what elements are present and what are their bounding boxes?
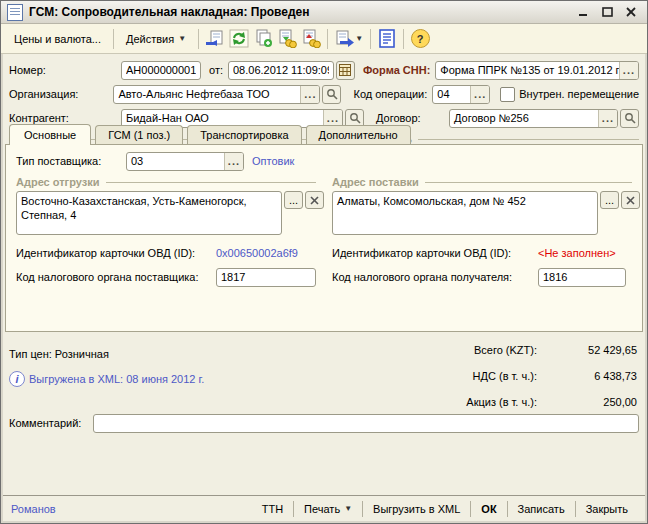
- actions-menu-button[interactable]: Действия▼: [118, 29, 194, 49]
- select-icon[interactable]: ...: [598, 110, 617, 127]
- ovd-card-receiver-label: Идентификатор карточки ОВД (ID):: [332, 247, 538, 259]
- tab-bar: Основные ГСМ (1 поз.) Транспортировка До…: [9, 123, 415, 144]
- select-icon[interactable]: ...: [470, 86, 489, 103]
- snn-form-label: Форма СНН:: [363, 64, 430, 76]
- tax-office-receiver-input[interactable]: [538, 268, 626, 287]
- close-button[interactable]: Закрыть: [577, 500, 637, 518]
- select-icon[interactable]: ...: [300, 86, 319, 103]
- chevron-down-icon: ▼: [344, 505, 352, 513]
- date-prefix-label: от:: [209, 64, 223, 76]
- tab-main[interactable]: Основные: [9, 124, 91, 145]
- price-type-row: Тип цен: Розничная: [9, 344, 109, 364]
- unpost-icon[interactable]: [299, 27, 323, 50]
- magnifier-icon[interactable]: [620, 109, 639, 128]
- maximize-icon[interactable]: [597, 4, 617, 21]
- supplier-type-label: Тип поставщика:: [16, 155, 126, 167]
- footer-separator: [362, 501, 363, 517]
- calendar-icon[interactable]: [336, 61, 355, 80]
- minimize-icon[interactable]: [573, 4, 593, 21]
- price-type-label: Тип цен: Розничная: [9, 348, 109, 360]
- totals-block: Всего (KZT): 52 429,65 НДС (в т. ч.): 6 …: [387, 344, 637, 408]
- main-tab-panel: Тип поставщика: 03 ... Оптовик Адрес отг…: [5, 144, 643, 332]
- clear-icon[interactable]: [621, 191, 640, 209]
- date-input[interactable]: [228, 61, 334, 80]
- ovd-card-supplier-label: Идентификатор карточки ОВД (ID):: [16, 247, 216, 259]
- internal-move-label: Внутрен. перемещение: [519, 88, 639, 100]
- clear-icon[interactable]: [305, 191, 324, 209]
- shipping-address-field[interactable]: Восточно-Казахстанская, Усть-Каменогорск…: [16, 191, 282, 235]
- select-icon[interactable]: ...: [600, 191, 619, 209]
- organization-label: Организация:: [9, 88, 113, 100]
- copy-icon[interactable]: [251, 27, 275, 50]
- supplier-type-hint: Оптовик: [252, 155, 294, 167]
- document-icon: [7, 4, 23, 21]
- refresh-icon[interactable]: [227, 27, 251, 50]
- vat-value: 6 438,73: [537, 370, 637, 382]
- number-input[interactable]: [121, 61, 201, 80]
- excise-label: Акциз (в т. ч.):: [387, 396, 537, 408]
- toolbar-separator: [113, 29, 114, 49]
- checkbox-icon: [500, 87, 515, 102]
- toolbar-separator: [198, 29, 199, 49]
- report-icon[interactable]: [375, 27, 399, 50]
- ok-button[interactable]: ОК: [472, 500, 505, 518]
- excise-value: 250,00: [537, 396, 637, 408]
- xml-exported-row: i Выгружена в XML: 08 июня 2012 г.: [9, 369, 204, 389]
- tab-additional[interactable]: Дополнительно: [306, 125, 411, 144]
- tax-office-supplier-input[interactable]: [216, 268, 316, 287]
- document-window: ГСМ: Сопроводительная накладная: Проведе…: [0, 0, 648, 524]
- help-icon[interactable]: ?: [408, 27, 432, 50]
- supplier-type-field[interactable]: 03 ...: [126, 152, 244, 171]
- snn-form-field[interactable]: Форма ППРК №135 от 19.01.2012 г ...: [435, 61, 639, 80]
- titlebar: ГСМ: Сопроводительная накладная: Проведе…: [1, 1, 647, 24]
- chevron-down-icon: ▼: [355, 35, 363, 43]
- comment-label: Комментарий:: [9, 417, 93, 429]
- ttn-button[interactable]: ТТН: [253, 500, 292, 518]
- ovd-card-receiver-value: <Не заполнен>: [538, 247, 616, 259]
- tax-office-receiver-label: Код налогового органа получателя:: [332, 271, 538, 283]
- print-button[interactable]: Печать▼: [295, 500, 361, 518]
- ovd-card-supplier-value: 0x00650002a6f9: [216, 247, 328, 259]
- toolbar: Цены и валюта... Действия▼ ▼ ?: [1, 24, 647, 54]
- comment-input[interactable]: [93, 414, 639, 433]
- post-icon[interactable]: [275, 27, 299, 50]
- chevron-down-icon: ▼: [178, 35, 186, 43]
- select-icon[interactable]: ...: [224, 153, 243, 170]
- operation-code-field[interactable]: 04 ...: [432, 85, 490, 104]
- footer-separator: [507, 501, 508, 517]
- toolbar-separator: [370, 29, 371, 49]
- shipping-address-header: Адрес отгрузки: [16, 176, 316, 188]
- tab-transport[interactable]: Транспортировка: [187, 125, 301, 144]
- window-title: ГСМ: Сопроводительная накладная: Проведе…: [29, 5, 569, 19]
- save-button[interactable]: Записать: [509, 500, 574, 518]
- internal-move-checkbox[interactable]: Внутрен. перемещение: [500, 87, 639, 102]
- magnifier-icon[interactable]: [322, 85, 341, 104]
- export-xml-button[interactable]: Выгрузить в XML: [364, 500, 469, 518]
- xml-exported-label: Выгружена в XML: 08 июня 2012 г.: [29, 373, 204, 385]
- total-value: 52 429,65: [537, 344, 637, 356]
- tax-office-supplier-label: Код налогового органа поставщика:: [16, 271, 216, 283]
- contract-field[interactable]: Договор №256 ...: [449, 109, 618, 128]
- footer-separator: [293, 501, 294, 517]
- user-link[interactable]: Романов: [11, 503, 56, 515]
- delivery-address-header: Адрес поставки: [332, 176, 632, 188]
- tab-gsm[interactable]: ГСМ (1 поз.): [95, 125, 183, 144]
- reread-icon[interactable]: [203, 27, 227, 50]
- operation-code-label: Код операции:: [353, 88, 427, 100]
- select-icon[interactable]: ...: [284, 191, 303, 209]
- select-icon[interactable]: ...: [619, 62, 638, 79]
- toolbar-separator: [327, 29, 328, 49]
- goto-icon[interactable]: ▼: [332, 27, 366, 50]
- delivery-address-field[interactable]: Алматы, Комсомольская, дом № 452: [332, 191, 598, 235]
- toolbar-separator: [403, 29, 404, 49]
- vat-label: НДС (в т. ч.):: [387, 370, 537, 382]
- footer-separator: [575, 501, 576, 517]
- number-label: Номер:: [9, 64, 121, 76]
- prices-currency-button[interactable]: Цены и валюта...: [6, 29, 109, 49]
- total-label: Всего (KZT):: [387, 344, 537, 356]
- footer-bar: Романов ТТН Печать▼ Выгрузить в XML ОК З…: [3, 495, 645, 521]
- close-icon[interactable]: [621, 4, 641, 21]
- footer-separator: [470, 501, 471, 517]
- info-icon: i: [9, 371, 25, 387]
- organization-field[interactable]: Авто-Альянс Нефтебаза ТОО ...: [113, 85, 320, 104]
